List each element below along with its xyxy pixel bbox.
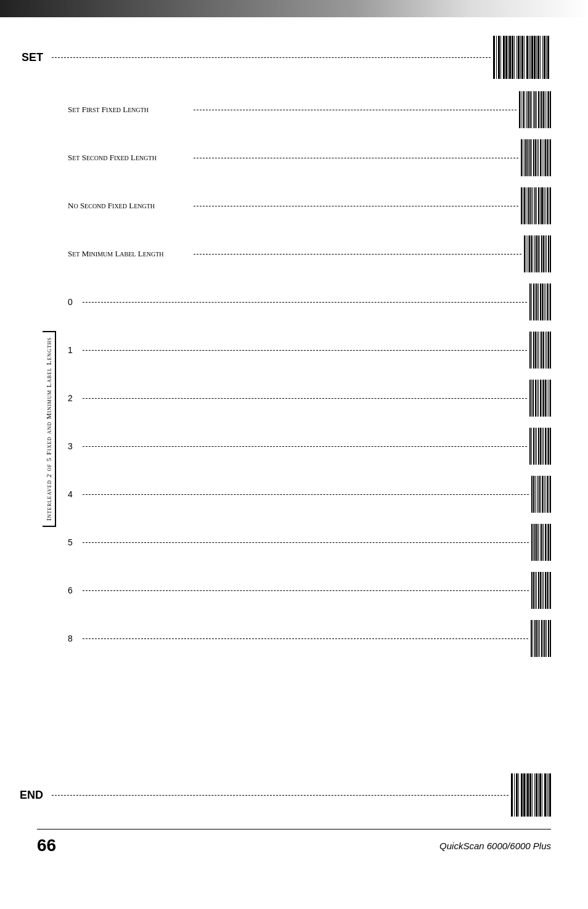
- row-4: 4: [68, 476, 551, 513]
- row-1: 1: [68, 332, 551, 369]
- barcode-set-second: [521, 139, 551, 176]
- dashes-4n: [83, 494, 529, 495]
- label-5: 5: [68, 537, 80, 547]
- barcode-1: [529, 332, 551, 369]
- page-layout: Interleaved 2 of 5 Fixed and Minimum Lab…: [37, 91, 551, 767]
- row-set-second-fixed-length: SET SECOND FIXED LENGTH: [68, 139, 551, 176]
- label-set-first-fixed-length: SET FIRST FIXED LENGTH: [68, 105, 191, 115]
- row-no-second-fixed-length: NO SECOND FIXED LENGTH: [68, 187, 551, 224]
- set-row: SET: [6, 36, 551, 79]
- barcode-6: [531, 572, 551, 609]
- dashes-5n: [83, 542, 529, 543]
- footer: 66 QuickScan 6000/6000 Plus: [37, 829, 551, 855]
- set-dashes: [52, 57, 491, 58]
- dashes-1n: [83, 350, 527, 351]
- label-set-minimum: SET MINIMUM LABEL LENGTH: [68, 249, 191, 259]
- top-bar: [0, 0, 588, 17]
- side-label: Interleaved 2 of 5 Fixed and Minimum Lab…: [43, 331, 56, 527]
- row-2: 2: [68, 380, 551, 417]
- barcode-no-second: [521, 187, 551, 224]
- dashes-2n: [83, 398, 527, 399]
- end-dashes: [52, 795, 508, 796]
- label-4: 4: [68, 489, 80, 499]
- dashes-0: [83, 302, 527, 303]
- barcode-set-minimum: [524, 235, 551, 272]
- label-no-second-fixed: NO SECOND FIXED LENGTH: [68, 201, 191, 211]
- row-6: 6: [68, 572, 551, 609]
- barcode-3: [529, 428, 551, 465]
- end-barcode: [511, 773, 551, 817]
- row-0: 0: [68, 283, 551, 320]
- barcode-set-first: [519, 91, 551, 128]
- row-set-first-fixed-length: SET FIRST FIXED LENGTH: [68, 91, 551, 128]
- side-label-container: Interleaved 2 of 5 Fixed and Minimum Lab…: [37, 91, 62, 767]
- barcode-0: [529, 283, 551, 320]
- barcode-5: [531, 524, 551, 561]
- dashes-3: [194, 206, 518, 206]
- dashes-8n: [83, 638, 528, 639]
- label-0: 0: [68, 297, 80, 307]
- book-title: QuickScan 6000/6000 Plus: [439, 841, 551, 851]
- barcode-2: [529, 380, 551, 417]
- row-set-minimum-label: SET MINIMUM LABEL LENGTH: [68, 235, 551, 272]
- label-1: 1: [68, 345, 80, 355]
- dashes-3n: [83, 446, 527, 447]
- barcode-8: [531, 620, 551, 657]
- end-row: END: [6, 773, 551, 817]
- row-3: 3: [68, 428, 551, 465]
- page-number: 66: [37, 836, 56, 855]
- label-8: 8: [68, 634, 80, 643]
- dashes-6n: [83, 590, 529, 591]
- content-rows: SET FIRST FIXED LENGTH: [68, 91, 551, 767]
- label-set-second-fixed: SET SECOND FIXED LENGTH: [68, 153, 191, 163]
- dashes-4: [194, 254, 521, 255]
- label-3: 3: [68, 441, 80, 451]
- label-2: 2: [68, 393, 80, 403]
- main-content: SET: [0, 17, 588, 868]
- dashes-2: [194, 158, 518, 158]
- row-5: 5: [68, 524, 551, 561]
- set-label: SET: [6, 51, 43, 64]
- set-barcode: [493, 36, 551, 79]
- dashes-1: [194, 110, 517, 110]
- end-label: END: [6, 789, 43, 802]
- barcode-4: [531, 476, 551, 513]
- label-6: 6: [68, 585, 80, 595]
- row-8: 8: [68, 620, 551, 657]
